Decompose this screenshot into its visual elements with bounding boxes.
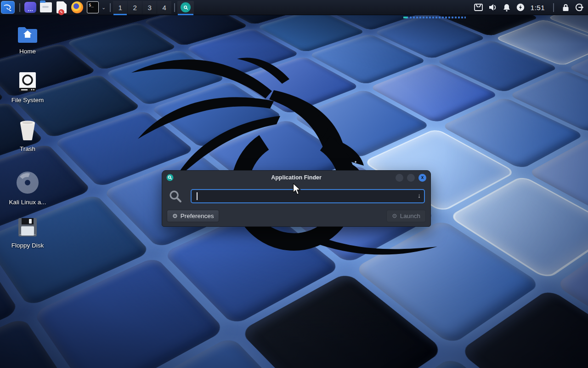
panel-separator (174, 3, 175, 12)
preferences-button[interactable]: ⚙ Preferences (167, 210, 219, 222)
applications-menu-button[interactable] (1, 1, 15, 14)
firefox-icon (71, 1, 83, 13)
text-caret (197, 192, 198, 200)
workspace-4[interactable]: 4 (157, 1, 171, 14)
gear-icon: ⚙ (172, 213, 178, 219)
launcher-file-manager[interactable] (39, 1, 53, 14)
application-finder-window: Application Finder x ↓ ⚙ Preferences ⚙ L… (162, 170, 431, 227)
workspace-label: 4 (163, 4, 166, 12)
logout-icon[interactable] (575, 3, 583, 12)
desktop-icon-kali-linux[interactable]: Kali Linux a... (6, 171, 50, 206)
launch-gear-icon: ⚙ (392, 213, 397, 219)
minimize-button[interactable] (396, 174, 403, 182)
network-icon[interactable] (474, 4, 483, 11)
desktop-icon-file-system[interactable]: File System (6, 72, 50, 104)
panel-separator (19, 3, 20, 12)
floppy-icon (17, 217, 38, 237)
workspace-label: 2 (133, 4, 137, 12)
desktop-icon-label: Kali Linux a... (6, 199, 50, 206)
launcher-desktop-app[interactable] (23, 1, 37, 14)
terminal-icon: $_ (87, 1, 99, 13)
launcher-web-browser[interactable] (70, 1, 84, 14)
trash-icon (17, 120, 38, 141)
workspace-label: 3 (148, 4, 152, 12)
workspace-3[interactable]: 3 (142, 1, 157, 14)
search-icon (169, 190, 182, 203)
desktop-icon-label: Home (6, 48, 50, 55)
purple-window-icon (24, 2, 36, 13)
desktop-icon-label: Floppy Disk (6, 242, 50, 249)
home-folder-icon (17, 26, 38, 43)
workspace-label: 1 (119, 4, 122, 12)
edit-badge-icon: ✎ (58, 9, 64, 15)
top-panel: ✎ $_ ⌄ 1 2 3 4 (0, 0, 588, 15)
titlebar[interactable]: Application Finder x (162, 171, 430, 184)
close-button[interactable]: x (418, 174, 426, 182)
launcher-text-editor[interactable]: ✎ (55, 1, 68, 14)
lock-icon[interactable] (562, 4, 569, 12)
notifications-icon[interactable] (503, 4, 510, 12)
disc-icon (16, 171, 39, 194)
clock[interactable]: 1:51 (531, 4, 545, 12)
chevron-down-icon[interactable]: ⌄ (102, 5, 106, 11)
launch-label: Launch (400, 213, 420, 219)
preferences-label: Preferences (181, 213, 214, 219)
desktop-icon-home[interactable]: Home (6, 26, 50, 55)
power-icon[interactable] (516, 3, 525, 12)
search-input[interactable] (191, 189, 425, 203)
folder-icon (40, 2, 52, 12)
desktop-icon-trash[interactable]: Trash (6, 120, 50, 152)
panel-separator (110, 3, 111, 12)
launcher-terminal[interactable]: $_ (86, 1, 100, 14)
panel-separator (553, 3, 554, 12)
taskbar-application-finder[interactable] (177, 1, 194, 14)
workspace-1[interactable]: 1 (113, 1, 127, 14)
launch-button[interactable]: ⚙ Launch (386, 210, 426, 222)
desktop-icon-label: Trash (6, 145, 50, 152)
desktop-icon-floppy-disk[interactable]: Floppy Disk (6, 217, 50, 249)
maximize-button[interactable] (407, 174, 415, 182)
volume-icon[interactable] (489, 4, 497, 11)
desktop-icon-label: File System (6, 97, 50, 104)
appfinder-taskbar-icon (181, 2, 191, 12)
window-title: Application Finder (162, 174, 430, 181)
kali-dragon-icon (3, 2, 13, 12)
workspace-2[interactable]: 2 (128, 1, 142, 14)
wallpaper-code-text (403, 17, 466, 18)
hard-drive-icon (18, 72, 37, 92)
